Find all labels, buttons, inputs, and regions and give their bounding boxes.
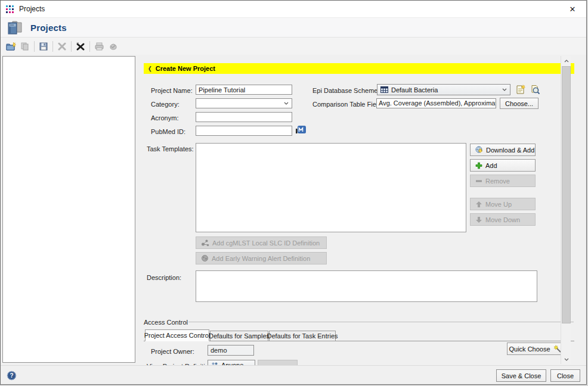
acronym-label: Acronym: xyxy=(151,114,178,122)
content-area: ❮ Create New Project Project Name: Categ… xyxy=(1,55,586,365)
tab-defaults-for-task-entries[interactable]: Defaults for Task Entries xyxy=(269,331,336,341)
vertical-scrollbar[interactable] xyxy=(561,56,571,364)
toolbar-separator xyxy=(89,41,90,52)
add-button[interactable]: Add xyxy=(470,159,536,172)
project-name-label: Project Name: xyxy=(151,87,193,94)
banner-title: Create New Project xyxy=(156,65,215,72)
group-divider xyxy=(188,322,574,322)
epi-scheme-value: Default Bacteria xyxy=(391,86,438,94)
view-definition-label: View Project Definition: xyxy=(147,363,214,365)
download-globe-icon xyxy=(475,146,483,154)
pubmed-id-input[interactable] xyxy=(196,126,292,136)
help-icon[interactable]: ? xyxy=(7,371,17,381)
export-icon xyxy=(106,39,120,54)
add-alert-definition-button: Add Early Warning Alert Definition xyxy=(196,252,327,264)
pubmed-id-label: PubMed ID: xyxy=(151,128,185,135)
comparison-fields-label: Comparison Table Fields: xyxy=(312,101,386,108)
epi-scheme-select[interactable]: Default Bacteria xyxy=(377,84,510,95)
plus-icon xyxy=(475,162,482,169)
acronym-input[interactable] xyxy=(196,112,292,122)
alert-globe-icon xyxy=(201,254,209,262)
description-textarea[interactable] xyxy=(196,270,537,302)
new-scheme-icon[interactable] xyxy=(516,85,526,95)
toolbar xyxy=(1,38,586,55)
chevron-down-icon xyxy=(502,88,507,91)
projects-window: Projects ✕ Projects xyxy=(0,0,587,385)
access-control-tabs: Project Access Control Defaults for Samp… xyxy=(144,329,574,341)
scrollbar-thumb[interactable] xyxy=(562,66,571,323)
project-name-input[interactable] xyxy=(196,85,292,95)
epi-scheme-label: Epi Database Scheme: xyxy=(312,87,380,94)
tab-defaults-for-samples[interactable]: Defaults for Samples xyxy=(210,331,268,341)
view-definition-extra-button xyxy=(258,360,298,365)
download-add-button[interactable]: Download & Add xyxy=(470,144,536,156)
task-templates-list[interactable] xyxy=(196,143,466,232)
create-project-form: ❮ Create New Project Project Name: Categ… xyxy=(138,55,574,365)
project-owner-label: Project Owner: xyxy=(151,348,194,355)
chevron-down-icon xyxy=(284,102,289,105)
page-title: Projects xyxy=(30,23,67,33)
delete-icon xyxy=(55,39,69,54)
pubmed-icon[interactable] xyxy=(295,125,307,134)
toolbar-separator xyxy=(34,41,35,52)
arrow-up-icon xyxy=(475,201,482,208)
comparison-fields-value: Avg. Coverage (Assembled), Approximated … xyxy=(376,98,496,108)
task-templates-label: Task Templates: xyxy=(147,145,194,152)
tab-project-access-control[interactable]: Project Access Control xyxy=(145,329,209,341)
category-label: Category: xyxy=(151,101,180,108)
choose-fields-button[interactable]: Choose... xyxy=(500,98,539,109)
cluster-icon xyxy=(201,239,209,247)
create-new-project-banner: ❮ Create New Project xyxy=(144,63,574,74)
scheme-table-icon xyxy=(380,86,388,93)
add-cgmlst-definition-button: Add cgMLST Local SLC ID Definition xyxy=(196,236,327,249)
access-control-group-label: Access Control xyxy=(144,319,188,326)
collapse-arrow-icon[interactable]: ❮ xyxy=(148,66,152,72)
scroll-up-icon[interactable] xyxy=(561,56,571,66)
new-project-icon[interactable] xyxy=(4,39,18,54)
toolbar-separator xyxy=(71,41,72,52)
remove-button: Remove xyxy=(470,175,536,187)
save-icon[interactable] xyxy=(36,39,51,54)
move-down-button: Move Down xyxy=(470,213,536,226)
category-select[interactable] xyxy=(196,98,292,108)
project-tree-panel[interactable] xyxy=(2,56,135,363)
scroll-down-icon[interactable] xyxy=(561,354,571,364)
app-dots-icon xyxy=(6,5,14,13)
view-scheme-icon[interactable] xyxy=(530,85,540,95)
view-definition-select[interactable]: Anyone xyxy=(208,360,255,365)
description-label: Description: xyxy=(147,274,181,281)
footer-bar: ? Save & Close Close xyxy=(1,365,586,385)
close-button[interactable]: Close xyxy=(550,369,580,382)
arrow-down-icon xyxy=(475,216,482,223)
project-owner-field: demo xyxy=(208,345,254,356)
projects-book-icon xyxy=(7,20,23,35)
title-bar: Projects ✕ xyxy=(1,1,586,17)
window-close-button[interactable]: ✕ xyxy=(559,1,586,17)
copy-icon xyxy=(18,39,32,54)
page-header: Projects xyxy=(1,17,586,38)
window-title: Projects xyxy=(19,5,45,13)
minus-icon xyxy=(475,178,482,185)
toolbar-separator xyxy=(52,41,53,52)
svg-text:?: ? xyxy=(10,372,13,379)
move-up-button: Move Up xyxy=(470,198,536,210)
remove-x-icon[interactable] xyxy=(73,39,88,54)
people-icon xyxy=(211,362,218,365)
save-and-close-button[interactable]: Save & Close xyxy=(496,369,546,382)
print-icon xyxy=(92,39,106,54)
